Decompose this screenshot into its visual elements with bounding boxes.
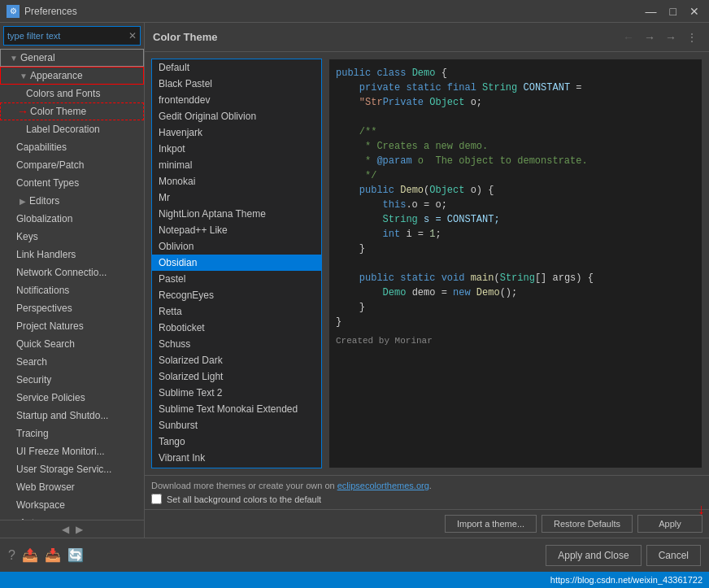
sidebar-item-ui-freeze[interactable]: UI Freeze Monitori...	[0, 442, 144, 460]
sidebar-item-security[interactable]: Security	[0, 371, 144, 389]
theme-item[interactable]: Sunburst	[152, 417, 321, 433]
close-button[interactable]: ✕	[686, 5, 702, 18]
bottom-left-icons: ? 📤 📥 🔄	[8, 547, 84, 563]
cancel-button[interactable]: Cancel	[646, 545, 701, 566]
sidebar-item-globalization[interactable]: Globalization	[0, 210, 144, 228]
sidebar-item-user-storage[interactable]: User Storage Servic...	[0, 460, 144, 478]
apply-and-close-button[interactable]: Apply and Close	[546, 545, 641, 566]
help-icon[interactable]: ?	[8, 548, 15, 563]
theme-item[interactable]: Mr	[152, 189, 321, 206]
theme-item[interactable]: Schuss	[152, 336, 321, 352]
nav-back-button[interactable]: ←	[620, 29, 637, 46]
sidebar-item-general[interactable]: ▼ General	[0, 49, 144, 67]
theme-item[interactable]: Pastel	[152, 271, 321, 287]
panel-menu-button[interactable]: ⋮	[683, 29, 701, 46]
sidebar-label-appearance: Appearance	[30, 70, 83, 81]
theme-item[interactable]: Black Pastel	[152, 76, 321, 92]
theme-item[interactable]: Tango	[152, 433, 321, 450]
nav-forward-button[interactable]: →	[641, 29, 659, 46]
maximize-button[interactable]: □	[667, 5, 680, 18]
sidebar-label-workspace: Workspace	[16, 499, 65, 511]
theme-item[interactable]: Sublime Text 2	[152, 385, 321, 401]
sidebar-item-appearance[interactable]: ▼ Appearance	[0, 67, 144, 85]
theme-item[interactable]: Sublime Text Monokai Extended	[152, 401, 321, 417]
theme-item[interactable]: Inkpot	[152, 141, 321, 157]
created-by-text: Created by Morinar	[336, 336, 695, 346]
sidebar-item-capabilities[interactable]: Capabilities	[0, 138, 144, 156]
sidebar-item-notifications[interactable]: Notifications	[0, 281, 144, 299]
filter-input[interactable]: type filter text	[4, 31, 125, 41]
sidebar-item-keys[interactable]: Keys	[0, 228, 144, 246]
eclipse-color-themes-link[interactable]: eclipsecolorthemes.org	[337, 481, 429, 490]
theme-item[interactable]: frontenddev	[152, 92, 321, 108]
default-bg-checkbox[interactable]	[151, 494, 162, 504]
import-icon[interactable]: 📥	[45, 547, 61, 563]
theme-item[interactable]: Wombat	[152, 466, 321, 468]
nav-forward2-button[interactable]: →	[662, 29, 680, 46]
search-clear-button[interactable]: ✕	[125, 30, 140, 41]
sidebar-item-link-handlers[interactable]: Link Handlers	[0, 246, 144, 264]
sidebar-item-perspectives[interactable]: Perspectives	[0, 299, 144, 317]
theme-item[interactable]: NightLion Aptana Theme	[152, 206, 321, 222]
sidebar-item-service-policies[interactable]: Service Policies	[0, 389, 144, 407]
restore-defaults-button[interactable]: Restore Defaults	[542, 515, 633, 533]
code-line: * @param o The object to demonstrate.	[336, 154, 695, 168]
apply-arrow-annotation: ↓	[698, 501, 705, 518]
theme-item[interactable]: Retta	[152, 303, 321, 320]
panel-content: DefaultBlack PastelfrontenddevGedit Orig…	[145, 52, 709, 475]
export-icon[interactable]: 📤	[22, 547, 38, 563]
sidebar-label-compare-patch: Compare/Patch	[16, 159, 84, 171]
theme-item[interactable]: Solarized Dark	[152, 352, 321, 368]
sidebar-item-project-natures[interactable]: Project Natures	[0, 317, 144, 335]
sidebar-item-search[interactable]: Search	[0, 353, 144, 371]
sidebar-label-startup-shutdown: Startup and Shutdo...	[16, 410, 108, 421]
sidebar-item-colors-fonts[interactable]: Colors and Fonts	[0, 85, 144, 102]
theme-item[interactable]: Notepad++ Like	[152, 222, 321, 238]
sidebar-label-user-storage: User Storage Servic...	[16, 464, 111, 475]
sidebar-item-quick-search[interactable]: Quick Search	[0, 335, 144, 353]
sidebar-label-service-policies: Service Policies	[16, 392, 85, 403]
filter-search-bar[interactable]: type filter text ✕	[3, 26, 141, 46]
minimize-button[interactable]: —	[642, 5, 660, 18]
code-line: * Creates a new demo.	[336, 139, 695, 154]
theme-item[interactable]: minimal	[152, 157, 321, 173]
sidebar-item-tracing[interactable]: Tracing	[0, 425, 144, 442]
sidebar-label-colors-fonts: Colors and Fonts	[26, 88, 100, 99]
sidebar-label-general: General	[20, 52, 55, 63]
checkbox-label: Set all background colors to the default	[167, 494, 321, 504]
scroll-right-button[interactable]: ▶	[76, 524, 83, 535]
sidebar-item-editors[interactable]: ▶ Editors	[0, 192, 144, 210]
import-theme-button[interactable]: Import a theme...	[445, 515, 537, 533]
sidebar-item-web-browser[interactable]: Web Browser	[0, 478, 144, 496]
sidebar-item-content-types[interactable]: Content Types	[0, 174, 144, 192]
sidebar-item-compare-patch[interactable]: Compare/Patch	[0, 156, 144, 174]
sidebar-item-label-decoration[interactable]: Label Decoration	[0, 120, 144, 138]
expand-arrow-editors: ▶	[16, 194, 29, 207]
theme-item[interactable]: Havenjark	[152, 124, 321, 141]
preferences-dialog: type filter text ✕ ▼ General ▼ Appearanc…	[0, 23, 709, 588]
theme-item[interactable]: Gedit Original Oblivion	[152, 108, 321, 124]
right-panel: Color Theme ← → → ⋮ DefaultBlack Pastelf…	[145, 23, 709, 538]
theme-item[interactable]: Oblivion	[152, 238, 321, 255]
apply-button[interactable]: Apply ↓	[637, 515, 702, 533]
sidebar-label-quick-search: Quick Search	[16, 338, 75, 350]
sidebar-item-workspace[interactable]: Workspace	[0, 496, 144, 514]
refresh-icon[interactable]: 🔄	[67, 547, 84, 563]
theme-list[interactable]: DefaultBlack PastelfrontenddevGedit Orig…	[151, 59, 322, 468]
theme-item[interactable]: RecognEyes	[152, 287, 321, 303]
sidebar-label-keys: Keys	[16, 231, 38, 242]
scroll-left-button[interactable]: ◀	[62, 524, 69, 535]
sidebar-item-color-theme[interactable]: → Color Theme	[0, 102, 144, 120]
sidebar-item-network-connections[interactable]: Network Connectio...	[0, 264, 144, 281]
sidebar-item-ant[interactable]: ▶ Ant	[0, 514, 144, 520]
code-line: int i = 1;	[336, 227, 695, 242]
code-line: public class Demo {	[336, 66, 695, 81]
theme-item[interactable]: Default	[152, 59, 321, 76]
sidebar-item-startup-shutdown[interactable]: Startup and Shutdo...	[0, 407, 144, 425]
theme-item[interactable]: Solarized Light	[152, 368, 321, 385]
theme-item[interactable]: Vibrant Ink	[152, 450, 321, 466]
theme-item[interactable]: Obsidian	[152, 255, 321, 271]
theme-item[interactable]: Monokai	[152, 173, 321, 189]
panel-footer: Download more themes or create your own …	[145, 475, 709, 509]
theme-item[interactable]: Roboticket	[152, 320, 321, 336]
